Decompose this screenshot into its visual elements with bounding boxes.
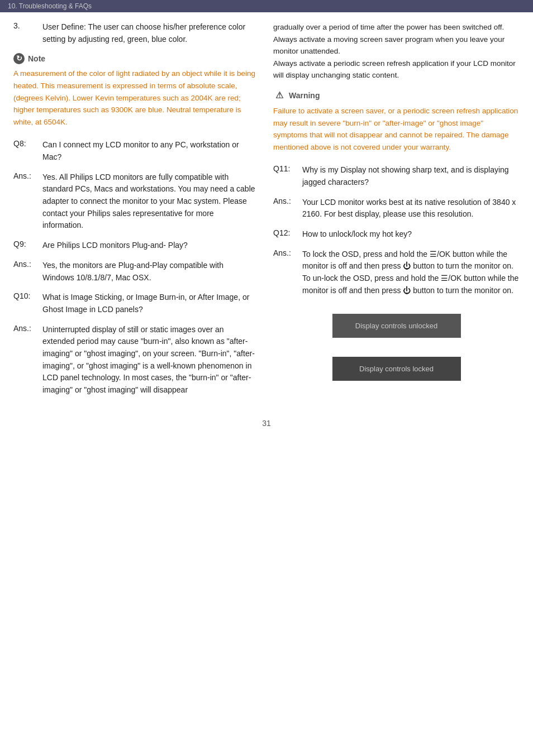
- display-boxes-wrapper: Display controls unlocked Display contro…: [273, 305, 520, 390]
- q11-text: Why is my Display not showing sharp text…: [302, 164, 520, 188]
- warning-section: ⚠ Warning Failure to activate a screen s…: [273, 89, 520, 153]
- q12-item: Q12: How to unlock/lock my hot key?: [273, 228, 520, 241]
- display-controls-locked-box: Display controls locked: [332, 357, 461, 381]
- q9-label: Q9:: [13, 240, 42, 252]
- item-3-label: 3.: [13, 21, 42, 45]
- a9-label: Ans.:: [13, 260, 42, 284]
- warning-body: Failure to activate a screen saver, or a…: [273, 105, 520, 153]
- warning-icon: ⚠: [273, 89, 285, 102]
- q11-item: Q11: Why is my Display not showing sharp…: [273, 164, 520, 188]
- note-body: A measurement of the color of light radi…: [13, 68, 256, 128]
- a9-text: Yes, the monitors are Plug-and-Play comp…: [42, 260, 256, 284]
- a11-text: Your LCD monitor works best at its nativ…: [302, 197, 520, 221]
- q12-text: How to unlock/lock my hot key?: [302, 228, 520, 241]
- left-column: 3. User Define: The user can choose his/…: [0, 21, 266, 404]
- a11-item: Ans.: Your LCD monitor works best at its…: [273, 197, 520, 221]
- a11-label: Ans.:: [273, 197, 302, 221]
- q11-label: Q11:: [273, 164, 302, 188]
- a8-item: Ans.: Yes. All Philips LCD monitors are …: [13, 171, 256, 232]
- q10-text: What is Image Sticking, or Image Burn-in…: [42, 291, 256, 315]
- right-column: gradually over a period of time after th…: [266, 21, 533, 404]
- note-header-label: Note: [28, 54, 45, 63]
- a12-text: To lock the OSD, press and hold the ☰/OK…: [302, 248, 520, 297]
- note-header: ↻ Note: [13, 53, 256, 64]
- q8-label: Q8:: [13, 139, 42, 163]
- two-column-layout: 3. User Define: The user can choose his/…: [0, 12, 533, 413]
- item-3-text: User Define: The user can choose his/her…: [42, 21, 256, 45]
- a8-label: Ans.:: [13, 171, 42, 232]
- a10-item: Ans.: Uninterrupted display of still or …: [13, 324, 256, 396]
- display-locked-label: Display controls locked: [359, 365, 434, 373]
- note-section: ↻ Note A measurement of the color of lig…: [13, 53, 256, 128]
- warning-header-label: Warning: [289, 91, 320, 100]
- q8-item: Q8: Can I connect my LCD monitor to any …: [13, 139, 256, 163]
- item-3: 3. User Define: The user can choose his/…: [13, 21, 256, 45]
- a9-item: Ans.: Yes, the monitors are Plug-and-Pla…: [13, 260, 256, 284]
- breadcrumb: 10. Troubleshooting & FAQs: [0, 0, 533, 12]
- display-unlocked-label: Display controls unlocked: [355, 322, 437, 330]
- display-controls-unlocked-box: Display controls unlocked: [332, 314, 461, 338]
- a12-item: Ans.: To lock the OSD, press and hold th…: [273, 248, 520, 297]
- q10-item: Q10: What is Image Sticking, or Image Bu…: [13, 291, 256, 315]
- continuation-text: gradually over a period of time after th…: [273, 21, 520, 82]
- q10-label: Q10:: [13, 291, 42, 315]
- page-number: 31: [0, 413, 533, 437]
- warning-header: ⚠ Warning: [273, 89, 520, 102]
- a8-text: Yes. All Philips LCD monitors are fully …: [42, 171, 256, 232]
- q12-label: Q12:: [273, 228, 302, 241]
- a10-label: Ans.:: [13, 324, 42, 396]
- q8-text: Can I connect my LCD monitor to any PC, …: [42, 139, 256, 163]
- continuation-span: gradually over a period of time after th…: [273, 23, 516, 79]
- q9-item: Q9: Are Philips LCD monitors Plug-and- P…: [13, 240, 256, 252]
- q9-text: Are Philips LCD monitors Plug-and- Play?: [42, 240, 256, 252]
- a12-label: Ans.:: [273, 248, 302, 297]
- a10-text: Uninterrupted display of still or static…: [42, 324, 256, 396]
- note-icon: ↻: [13, 53, 25, 64]
- page-wrapper: 10. Troubleshooting & FAQs 3. User Defin…: [0, 0, 533, 756]
